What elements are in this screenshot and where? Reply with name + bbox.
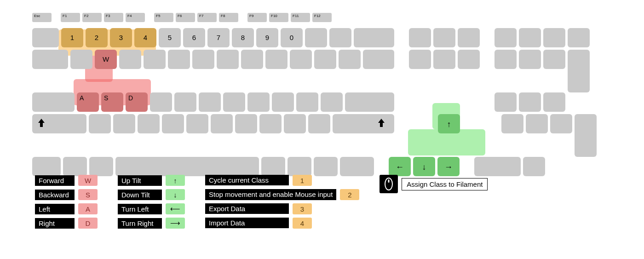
key-semicolon	[296, 92, 318, 112]
row-numbers: 1 2 3 4 5 6 7 8 9 0	[32, 28, 612, 47]
legend-label-stop: Stop movement and enable Mouse input	[205, 189, 336, 200]
legend-key-1: 1	[293, 175, 312, 186]
key-r	[144, 50, 166, 69]
key-4: 4	[134, 28, 156, 47]
key-k	[247, 92, 270, 112]
key-f8: F8	[219, 13, 238, 22]
key-numdiv	[519, 28, 541, 47]
row-zxcv: ↑	[32, 114, 612, 157]
legend-key-a: A	[78, 203, 98, 214]
key-lctrl	[32, 157, 61, 176]
key-u	[217, 50, 239, 69]
key-1: 1	[61, 28, 83, 47]
key-rbracket	[339, 50, 361, 69]
legend-label-left: Left	[35, 204, 75, 214]
key-b	[186, 114, 208, 133]
key-6: 6	[183, 28, 205, 47]
legend-uptilt: Up Tilt ↑	[118, 175, 185, 186]
legend-label-uptilt: Up Tilt	[118, 175, 162, 186]
key-z	[89, 114, 111, 133]
key-num9	[543, 50, 565, 69]
key-q	[70, 50, 92, 69]
key-f5: F5	[154, 13, 173, 22]
key-2: 2	[86, 28, 108, 47]
key-numsub	[568, 28, 590, 47]
key-period	[284, 114, 306, 133]
legend-label-export: Export Data	[205, 203, 289, 214]
key-num2	[526, 114, 548, 133]
key-tab	[32, 50, 68, 69]
key-f7: F7	[197, 13, 217, 22]
key-c	[138, 114, 160, 133]
legend-key-s: S	[78, 189, 98, 200]
key-numadd	[568, 50, 590, 92]
key-9: 9	[256, 28, 278, 47]
key-0: 0	[281, 28, 303, 47]
key-f3: F3	[104, 13, 123, 22]
key-arrow-down: ↓	[413, 157, 435, 176]
key-minus	[305, 28, 327, 47]
key-num5	[519, 92, 541, 112]
legend-label-turnright: Turn Right	[118, 218, 162, 229]
key-i	[241, 50, 263, 69]
key-5: 5	[159, 28, 181, 47]
key-arrow-right: →	[437, 157, 460, 176]
key-menu	[314, 157, 338, 176]
key-end	[433, 50, 455, 69]
key-ralt	[261, 157, 285, 176]
key-f1: F1	[61, 13, 80, 22]
key-l	[272, 92, 294, 112]
key-x	[113, 114, 135, 133]
legend: Forward W Backward S Left A Right D Up T…	[35, 175, 488, 229]
key-g	[174, 92, 196, 112]
legend-turnright: Turn Right ⟶	[118, 218, 185, 229]
key-home	[433, 28, 455, 47]
legend-key-left: ⟵	[166, 203, 185, 214]
legend-label-forward: Forward	[35, 175, 75, 186]
key-num0	[474, 157, 521, 176]
legend-downtilt: Down Tilt ↓	[118, 189, 185, 200]
legend-key-down: ↓	[166, 189, 185, 200]
legend-cycle: Cycle current Class 1	[205, 175, 359, 186]
svg-rect-1	[388, 179, 390, 183]
key-p	[290, 50, 312, 69]
key-lbracket	[314, 50, 336, 69]
key-w: W	[95, 50, 117, 69]
legend-label-import: Import Data	[205, 218, 289, 228]
key-f11: F11	[291, 13, 310, 22]
legend-forward: Forward W	[35, 175, 98, 186]
key-h	[199, 92, 221, 112]
key-esc: Esc	[32, 13, 52, 22]
key-num8	[519, 50, 541, 69]
key-y	[192, 50, 214, 69]
key-ins	[409, 28, 431, 47]
legend-key-right: ⟶	[166, 218, 185, 229]
key-o	[265, 50, 288, 69]
key-num7	[494, 50, 517, 69]
row-function: Esc F1 F2 F3 F4 F5 F6 F7 F8 F9 F10 F11 F…	[32, 13, 612, 22]
legend-mouse: Assign Class to Filament	[380, 175, 488, 193]
legend-label-backward: Backward	[35, 190, 75, 200]
key-lwin	[63, 157, 87, 176]
legend-stop: Stop movement and enable Mouse input 2	[205, 189, 359, 200]
key-pgup	[458, 28, 480, 47]
key-backspace	[354, 28, 394, 47]
key-7: 7	[207, 28, 230, 47]
legend-col-mouse: Assign Class to Filament	[380, 175, 488, 229]
key-equals	[329, 28, 351, 47]
row-asdf: A S D	[32, 92, 612, 112]
key-e	[119, 50, 141, 69]
key-enter	[345, 92, 394, 112]
key-a: A	[77, 92, 99, 112]
legend-key-w: W	[78, 175, 98, 186]
key-rctrl	[340, 157, 374, 176]
row-bottom: ← ↓ →	[32, 157, 612, 176]
key-8: 8	[232, 28, 254, 47]
legend-backward: Backward S	[35, 189, 98, 200]
key-pgdn	[458, 50, 480, 69]
legend-turnleft: Turn Left ⟵	[118, 203, 185, 214]
legend-key-3: 3	[293, 203, 312, 214]
shift-up-icon	[38, 119, 45, 129]
key-t	[168, 50, 190, 69]
legend-label-mouse: Assign Class to Filament	[402, 178, 488, 190]
